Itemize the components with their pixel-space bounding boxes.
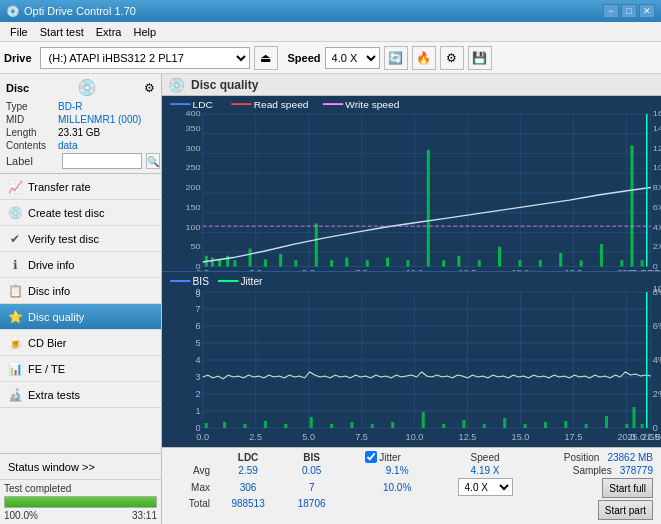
stats-speed-select-cell: 4.0 X	[433, 477, 537, 497]
samples-label: Samples	[573, 465, 612, 476]
sidebar-item-transfer-rate[interactable]: 📈 Transfer rate	[0, 174, 161, 200]
svg-rect-73	[457, 256, 460, 267]
jitter-checkbox[interactable]	[365, 451, 377, 463]
sidebar: Disc 💿 ⚙ Type BD-R MID MILLENMR1 (000) L…	[0, 74, 162, 524]
app-title: Opti Drive Control 1.70	[24, 5, 136, 17]
label-label: Label	[6, 155, 58, 167]
svg-text:5: 5	[196, 338, 201, 348]
sidebar-item-disc-quality[interactable]: ⭐ Disc quality	[0, 304, 161, 330]
progress-fill	[5, 497, 156, 507]
toolbar: Drive (H:) ATAPI iHBS312 2 PL17 ⏏ Speed …	[0, 42, 661, 74]
menu-file[interactable]: File	[4, 24, 34, 40]
svg-text:10X: 10X	[653, 163, 661, 172]
label-input[interactable]	[62, 153, 142, 169]
settings-button[interactable]: ⚙	[440, 46, 464, 70]
svg-rect-71	[427, 150, 430, 267]
elapsed-time: 33:11	[132, 510, 157, 521]
sidebar-item-fe-te[interactable]: 📊 FE / TE	[0, 356, 161, 382]
svg-rect-60	[233, 260, 236, 266]
svg-rect-148	[442, 424, 445, 428]
position-value: 23862 MB	[607, 452, 653, 463]
svg-text:7.5: 7.5	[355, 268, 368, 271]
svg-rect-151	[503, 418, 506, 428]
stats-area: LDC BIS Jitter Speed	[162, 447, 661, 524]
start-full-button[interactable]: Start full	[602, 478, 653, 498]
svg-rect-144	[350, 422, 353, 428]
title-bar-controls: − □ ✕	[603, 4, 655, 18]
refresh-button[interactable]: 🔄	[384, 46, 408, 70]
sidebar-item-disc-info[interactable]: 📋 Disc info	[0, 278, 161, 304]
menu-bar: File Start test Extra Help	[0, 22, 661, 42]
disc-info-icon: 📋	[8, 284, 22, 298]
svg-rect-61	[249, 249, 252, 267]
svg-rect-70	[406, 260, 409, 266]
svg-text:2X: 2X	[653, 242, 661, 251]
svg-text:0.0: 0.0	[196, 432, 209, 442]
close-button[interactable]: ✕	[639, 4, 655, 18]
menu-help[interactable]: Help	[127, 24, 162, 40]
sidebar-item-cd-bier[interactable]: 🍺 CD Bier	[0, 330, 161, 356]
sidebar-item-create-test-disc[interactable]: 💿 Create test disc	[0, 200, 161, 226]
svg-rect-155	[585, 424, 588, 428]
charts-container: LDC Read speed Write speed	[162, 96, 661, 447]
svg-text:50: 50	[191, 242, 201, 251]
eject-button[interactable]: ⏏	[254, 46, 278, 70]
type-label: Type	[6, 101, 58, 112]
svg-text:5.0: 5.0	[302, 268, 315, 271]
samples-value: 378779	[620, 465, 653, 476]
fe-te-icon: 📊	[8, 362, 22, 376]
label-browse-button[interactable]: 🔍	[146, 153, 160, 169]
svg-rect-82	[630, 145, 633, 266]
svg-text:200: 200	[185, 183, 200, 192]
sidebar-item-extra-tests[interactable]: 🔬 Extra tests	[0, 382, 161, 408]
sidebar-item-drive-info[interactable]: ℹ Drive info	[0, 252, 161, 278]
samples-row: Samples 378779	[573, 465, 653, 476]
sidebar-item-verify-test-disc[interactable]: ✔ Verify test disc	[0, 226, 161, 252]
svg-text:3: 3	[196, 372, 201, 382]
max-bis: 7	[282, 477, 341, 497]
chart-title: Disc quality	[191, 78, 258, 92]
avg-jitter: 9.1%	[361, 464, 433, 477]
speed-select[interactable]: 4.0 X	[325, 47, 380, 69]
svg-rect-85	[162, 272, 661, 447]
status-window-button[interactable]: Status window >>	[0, 454, 161, 480]
svg-text:4X: 4X	[653, 222, 661, 231]
stats-speed-select[interactable]: 4.0 X	[458, 478, 513, 496]
contents-label: Contents	[6, 140, 58, 151]
svg-rect-63	[279, 254, 282, 267]
svg-text:4%: 4%	[653, 355, 661, 365]
svg-text:2%: 2%	[653, 389, 661, 399]
total-row-label: Total	[166, 497, 214, 510]
menu-start-test[interactable]: Start test	[34, 24, 90, 40]
type-value: BD-R	[58, 101, 155, 112]
svg-rect-137	[205, 423, 208, 428]
svg-rect-145	[371, 424, 374, 428]
menu-extra[interactable]: Extra	[90, 24, 128, 40]
svg-text:10.0: 10.0	[406, 268, 424, 271]
chart-disc-icon: 💿	[168, 77, 185, 93]
svg-rect-57	[211, 258, 214, 267]
svg-rect-143	[330, 424, 333, 428]
title-bar-title: 💿 Opti Drive Control 1.70	[6, 5, 136, 18]
disc-info-label: Disc info	[28, 285, 70, 297]
avg-speed: 4.19 X	[433, 464, 537, 477]
svg-text:1: 1	[196, 406, 201, 416]
save-button[interactable]: 💾	[468, 46, 492, 70]
drive-select[interactable]: (H:) ATAPI iHBS312 2 PL17	[40, 47, 250, 69]
progress-bar	[4, 496, 157, 508]
start-part-button[interactable]: Start part	[598, 500, 653, 520]
svg-text:16X: 16X	[653, 108, 661, 117]
svg-text:12.5: 12.5	[459, 432, 477, 442]
minimize-button[interactable]: −	[603, 4, 619, 18]
burn-button[interactable]: 🔥	[412, 46, 436, 70]
maximize-button[interactable]: □	[621, 4, 637, 18]
cd-bier-icon: 🍺	[8, 336, 22, 350]
svg-rect-153	[544, 422, 547, 428]
svg-rect-67	[345, 258, 348, 267]
disc-settings-icon[interactable]: ⚙	[144, 81, 155, 95]
max-ldc: 306	[214, 477, 282, 497]
svg-rect-158	[632, 407, 635, 428]
extra-tests-icon: 🔬	[8, 388, 22, 402]
svg-text:4: 4	[196, 355, 201, 365]
svg-rect-65	[315, 223, 318, 266]
